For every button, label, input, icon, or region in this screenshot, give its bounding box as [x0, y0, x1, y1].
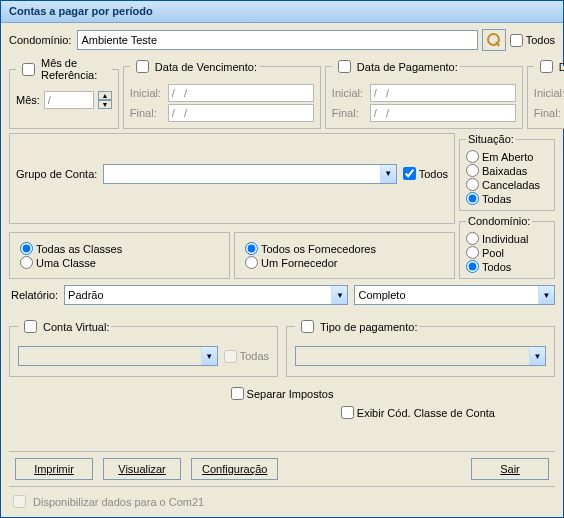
- tipo-pagamento-group: Tipo de pagamento: ▼: [286, 317, 555, 377]
- date-filters-row: Mês de Referência: Mês: ▲ ▼ Data de Venc…: [9, 57, 555, 129]
- mes-spinner[interactable]: ▲ ▼: [98, 91, 112, 109]
- chevron-down-icon: ▼: [331, 286, 347, 304]
- sair-button[interactable]: Sair: [471, 458, 549, 480]
- data-documento-enable-checkbox[interactable]: [540, 60, 553, 73]
- window-body: Condomínio: Todos Mês de Referência: Mês…: [1, 23, 563, 425]
- venc-inicial-label: Inicial:: [130, 87, 164, 99]
- grupo-conta-label: Grupo de Conta:: [16, 168, 97, 180]
- button-bar: Imprimir Visualizar Configuração Sair: [9, 451, 555, 487]
- mes-label: Mês:: [16, 94, 40, 106]
- condominio-input[interactable]: [77, 30, 477, 50]
- side-panel: Situação: Em Aberto Baixadas Canceladas …: [459, 133, 555, 279]
- separar-impostos-checkbox[interactable]: Separar Impostos: [231, 387, 334, 400]
- lower-row: Conta Virtual: ▼ Todas Tipo de paga: [9, 317, 555, 377]
- grupo-conta-todos-checkbox[interactable]: Todos: [403, 167, 448, 180]
- grupo-conta-panel: Grupo de Conta: ▼ Todos: [9, 133, 455, 224]
- mes-referencia-enable-checkbox[interactable]: [22, 63, 35, 76]
- pag-inicial-input[interactable]: [370, 84, 516, 102]
- chevron-down-icon: ▼: [538, 286, 554, 304]
- cond-individual-radio[interactable]: Individual: [466, 232, 548, 245]
- exibir-cod-checkbox[interactable]: Exibir Cód. Classe de Conta: [341, 406, 495, 419]
- mes-referencia-group: Mês de Referência: Mês: ▲ ▼: [9, 57, 119, 129]
- com21-label: Disponibilizar dados para o Com21: [33, 496, 204, 508]
- condominio-todos-input[interactable]: [510, 34, 523, 47]
- conta-virtual-enable-checkbox[interactable]: [24, 320, 37, 333]
- data-vencimento-group: Data de Vencimento: Inicial: Final:: [123, 57, 321, 129]
- relatorio-row: Relatório: Padrão ▼ Completo ▼: [9, 285, 555, 305]
- conta-virtual-combo: ▼: [18, 346, 218, 366]
- situacao-group: Situação: Em Aberto Baixadas Canceladas …: [459, 133, 555, 211]
- separar-impostos-row: Separar Impostos: [9, 387, 555, 400]
- mes-referencia-legend: Mês de Referência:: [41, 57, 110, 81]
- conta-virtual-todas-checkbox: Todas: [224, 350, 269, 363]
- pag-inicial-label: Inicial:: [332, 87, 366, 99]
- com21-checkbox: [13, 495, 26, 508]
- classes-group: Todas as Classes Uma Classe: [9, 232, 230, 279]
- situacao-legend: Situação:: [466, 133, 516, 145]
- relatorio-label: Relatório:: [11, 289, 58, 301]
- cond-todos-radio[interactable]: Todos: [466, 260, 548, 273]
- tipo-pagamento-legend: Tipo de pagamento:: [320, 321, 417, 333]
- relatorio-value: Padrão: [68, 289, 103, 301]
- condominio-todos-checkbox[interactable]: Todos: [510, 34, 555, 47]
- condominio-label: Condomínio:: [9, 34, 71, 46]
- data-pagamento-enable-checkbox[interactable]: [338, 60, 351, 73]
- footer-row: Disponibilizar dados para o Com21: [9, 492, 555, 511]
- data-vencimento-legend: Data de Vencimento:: [155, 61, 257, 73]
- pag-final-input[interactable]: [370, 104, 516, 122]
- situacao-todas-radio[interactable]: Todas: [466, 192, 548, 205]
- condominio-row: Condomínio: Todos: [9, 29, 555, 51]
- imprimir-button[interactable]: Imprimir: [15, 458, 93, 480]
- situacao-canceladas-radio[interactable]: Canceladas: [466, 178, 548, 191]
- data-pagamento-legend: Data de Pagamento:: [357, 61, 458, 73]
- grupo-conta-todos-label: Todos: [419, 168, 448, 180]
- configuracao-button[interactable]: Configuração: [191, 458, 278, 480]
- search-icon: [487, 33, 501, 47]
- pag-final-label: Final:: [332, 107, 366, 119]
- forn-um-radio[interactable]: Um Fornecedor: [245, 256, 444, 269]
- doc-final-label: Final:: [534, 107, 564, 119]
- window-title: Contas a pagar por período: [9, 5, 153, 17]
- situacao-baixadas-radio[interactable]: Baixadas: [466, 164, 548, 177]
- classes-forn-row: Todas as Classes Uma Classe Todos os For…: [9, 232, 455, 279]
- classes-uma-radio[interactable]: Uma Classe: [20, 256, 219, 269]
- data-pagamento-group: Data de Pagamento: Inicial: Final:: [325, 57, 523, 129]
- doc-inicial-label: Inicial:: [534, 87, 564, 99]
- mes-input[interactable]: [44, 91, 94, 109]
- grupo-conta-combo[interactable]: ▼: [103, 164, 396, 184]
- tipo-pagamento-combo: ▼: [295, 346, 546, 366]
- data-documento-legend: Data do Documento:: [559, 61, 564, 73]
- chevron-down-icon: ▼: [380, 165, 396, 183]
- cond-pool-radio[interactable]: Pool: [466, 246, 548, 259]
- chevron-down-icon[interactable]: ▼: [98, 100, 112, 109]
- venc-final-label: Final:: [130, 107, 164, 119]
- tipo-pagamento-enable-checkbox[interactable]: [301, 320, 314, 333]
- condominio-todos-label: Todos: [526, 34, 555, 46]
- classes-todas-radio[interactable]: Todas as Classes: [20, 242, 219, 255]
- chevron-down-icon: ▼: [201, 347, 217, 365]
- window: Contas a pagar por período Condomínio: T…: [0, 0, 564, 518]
- search-button[interactable]: [482, 29, 506, 51]
- venc-inicial-input[interactable]: [168, 84, 314, 102]
- chevron-up-icon[interactable]: ▲: [98, 91, 112, 100]
- relatorio-modo-value: Completo: [358, 289, 405, 301]
- forn-todos-radio[interactable]: Todos os Fornecedores: [245, 242, 444, 255]
- conta-virtual-group: Conta Virtual: ▼ Todas: [9, 317, 278, 377]
- condominio-group-legend: Condomínio:: [466, 215, 532, 227]
- data-vencimento-enable-checkbox[interactable]: [136, 60, 149, 73]
- chevron-down-icon: ▼: [529, 347, 545, 365]
- visualizar-button[interactable]: Visualizar: [103, 458, 181, 480]
- fornecedores-group: Todos os Fornecedores Um Fornecedor: [234, 232, 455, 279]
- exibir-cod-row: Exibir Cód. Classe de Conta: [9, 406, 555, 419]
- relatorio-modo-combo[interactable]: Completo ▼: [354, 285, 555, 305]
- conta-virtual-legend: Conta Virtual:: [43, 321, 109, 333]
- venc-final-input[interactable]: [168, 104, 314, 122]
- title-bar: Contas a pagar por período: [1, 1, 563, 23]
- relatorio-combo[interactable]: Padrão ▼: [64, 285, 348, 305]
- condominio-group: Condomínio: Individual Pool Todos: [459, 215, 555, 279]
- mid-row: Grupo de Conta: ▼ Todos Todas as C: [9, 133, 555, 279]
- situacao-aberto-radio[interactable]: Em Aberto: [466, 150, 548, 163]
- grupo-conta-todos-input[interactable]: [403, 167, 416, 180]
- data-documento-group: Data do Documento: Inicial: Final:: [527, 57, 564, 129]
